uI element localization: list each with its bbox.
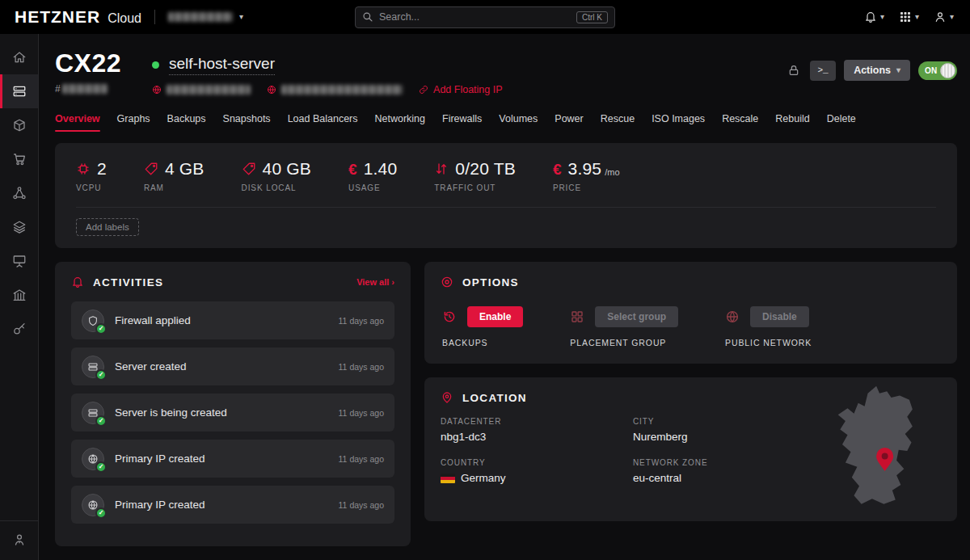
history-icon [442, 309, 457, 324]
enable-backups-button[interactable]: Enable [467, 306, 523, 327]
stat-label: DISK LOCAL [242, 183, 312, 192]
activity-row[interactable]: ✓ Primary IP created 11 days ago [71, 486, 394, 524]
ipv6-address[interactable] [267, 85, 403, 95]
field-label: NETWORK ZONE [633, 458, 820, 467]
activity-row[interactable]: ✓ Server is being created 11 days ago [71, 394, 394, 432]
server-id: # [55, 83, 121, 95]
hash-prefix: # [55, 83, 61, 95]
cube-icon [12, 118, 27, 133]
map-pin-icon [441, 391, 453, 404]
tab-rebuild[interactable]: Rebuild [775, 113, 809, 132]
activity-time: 11 days ago [339, 500, 384, 510]
actions-button[interactable]: Actions ▾ [844, 60, 910, 81]
bell-icon [71, 276, 84, 288]
sidebar-item-home[interactable] [0, 40, 38, 74]
view-all-link[interactable]: View all › [356, 277, 394, 287]
apps-menu[interactable]: ▾ [897, 8, 921, 26]
location-card: LOCATION DATACENTER nbg1-dc3 CITY Nuremb… [424, 377, 957, 521]
tab-graphs[interactable]: Graphs [117, 113, 150, 132]
sidebar-item-firewalls[interactable] [0, 244, 38, 278]
tab-delete[interactable]: Delete [827, 113, 856, 132]
options-title: OPTIONS [462, 276, 519, 288]
support-person-icon [12, 533, 27, 547]
sidebar-item-networks[interactable] [0, 210, 38, 244]
project-selector[interactable]: ▾ [168, 12, 243, 22]
ipv4-address[interactable] [152, 85, 251, 95]
project-name-redacted [168, 12, 233, 22]
tab-rescale[interactable]: Rescale [722, 113, 758, 132]
stat-label: TRAFFIC OUT [434, 183, 516, 192]
price-suffix: /mo [605, 167, 619, 179]
stat-value: 2 [97, 159, 107, 179]
bell-icon [864, 11, 877, 23]
euro-icon: € [348, 162, 357, 177]
add-labels-button[interactable]: Add labels [76, 218, 139, 236]
option-label: PUBLIC NETWORK [725, 338, 812, 347]
options-target-icon [441, 276, 453, 288]
notifications-menu[interactable]: ▾ [862, 8, 886, 26]
germany-flag-icon [441, 474, 455, 483]
activities-card: ACTIVITIES View all › ✓ Firewall applied… [55, 262, 411, 546]
field-value: Germany [441, 472, 633, 484]
activity-row[interactable]: ✓ Primary IP created 11 days ago [71, 440, 394, 478]
tab-snapshots[interactable]: Snapshots [223, 113, 271, 132]
activity-row[interactable]: ✓ Firewall applied 11 days ago [71, 301, 394, 339]
brand-suffix: Cloud [108, 11, 141, 26]
tab-iso-images[interactable]: ISO Images [652, 113, 705, 132]
sidebar-item-servers[interactable] [0, 74, 38, 108]
presentation-icon [12, 254, 27, 268]
server-status-dot [152, 61, 159, 69]
user-menu[interactable]: ▾ [932, 8, 955, 26]
globe-icon [725, 309, 740, 324]
sidebar-item-volumes[interactable] [0, 108, 38, 142]
disk-tag-icon [242, 162, 256, 176]
stat-value: 4 GB [165, 159, 205, 179]
ipv6-redacted [281, 85, 403, 95]
stat-value: 3.95 [568, 159, 602, 179]
topbar-actions: ▾ ▾ ▾ [862, 8, 955, 26]
chevron-down-icon: ▾ [915, 13, 919, 21]
tab-volumes[interactable]: Volumes [499, 113, 538, 132]
location-country: COUNTRY Germany [441, 458, 633, 484]
field-value: nbg1-dc3 [441, 431, 633, 443]
power-toggle[interactable]: ON [918, 61, 957, 80]
protection-lock-icon[interactable] [786, 62, 802, 78]
tab-backups[interactable]: Backups [167, 113, 206, 132]
main-content: CX22 # self-host-server [39, 34, 970, 560]
activity-row[interactable]: ✓ Server created 11 days ago [71, 347, 394, 385]
tab-power[interactable]: Power [555, 113, 583, 132]
select-placement-group-button[interactable]: Select group [595, 306, 678, 327]
search-input[interactable] [379, 11, 571, 23]
tab-load-balancers[interactable]: Load Balancers [288, 113, 358, 132]
tab-overview[interactable]: Overview [55, 113, 100, 132]
add-floating-ip-link[interactable]: Add Floating IP [419, 84, 502, 95]
console-button[interactable]: >_ [810, 61, 836, 81]
server-id-redacted [62, 84, 108, 94]
sidebar-item-security[interactable] [0, 312, 38, 346]
hetzner-logo[interactable]: HETZNER Cloud [15, 7, 141, 27]
country-name: Germany [461, 472, 506, 484]
ip-globe-icon: ✓ [82, 448, 104, 470]
success-check-badge: ✓ [95, 323, 107, 335]
sidebar-item-storage-boxes[interactable] [0, 278, 38, 312]
sidebar-item-floating-ips[interactable] [0, 176, 38, 210]
euro-icon: € [553, 162, 562, 177]
sidebar-item-load-balancers[interactable] [0, 142, 38, 176]
sidebar-item-support[interactable] [0, 523, 38, 557]
activity-time: 11 days ago [339, 362, 384, 372]
tab-firewalls[interactable]: Firewalls [442, 113, 482, 132]
server-icon: ✓ [82, 402, 104, 424]
field-label: COUNTRY [441, 458, 633, 467]
search-bar[interactable]: Ctrl K [355, 6, 615, 28]
chevron-down-icon: ▾ [880, 13, 884, 21]
disable-public-network-button[interactable]: Disable [750, 306, 809, 327]
sidebar-spacer [0, 346, 38, 520]
activities-title: ACTIVITIES [93, 276, 163, 288]
tab-rescue[interactable]: Rescue [601, 113, 635, 132]
activity-time: 11 days ago [339, 316, 384, 326]
server-name[interactable]: self-host-server [169, 55, 275, 75]
field-label: DATACENTER [441, 417, 633, 426]
sidebar [0, 34, 39, 560]
servers-icon [12, 84, 27, 99]
tab-networking[interactable]: Networking [375, 113, 426, 132]
